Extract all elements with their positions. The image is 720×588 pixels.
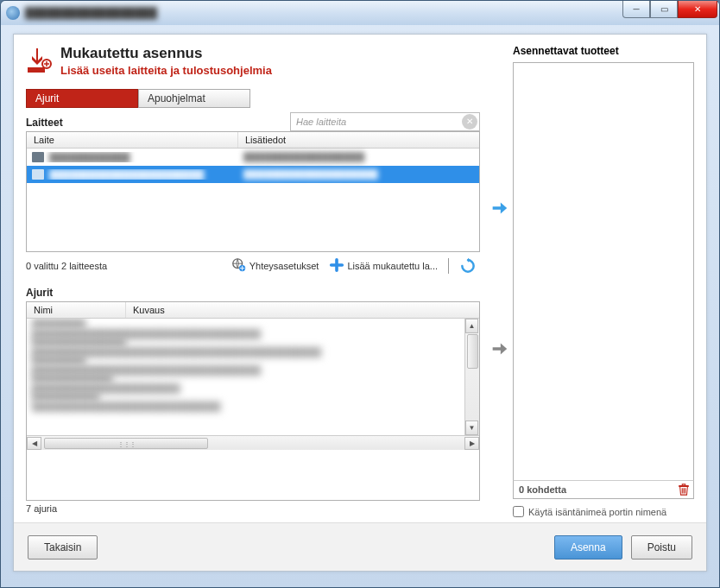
delete-button[interactable] xyxy=(674,481,693,498)
maximize-button[interactable]: ▭ xyxy=(650,1,678,18)
tab-utilities[interactable]: Apuohjelmat xyxy=(138,89,250,108)
horizontal-scrollbar[interactable]: ◀ ⋮⋮⋮ ▶ xyxy=(27,435,479,450)
tab-drivers[interactable]: Ajurit xyxy=(26,89,138,108)
exit-button[interactable]: Poistu xyxy=(631,535,692,560)
tabs: Ajurit Apuohjelmat xyxy=(26,89,480,108)
install-icon xyxy=(26,47,54,74)
arrow-right-icon xyxy=(489,339,508,358)
refresh-icon xyxy=(459,257,477,275)
app-window: ██████████████████ ─ ▭ ✕ Mukautettu asen… xyxy=(0,0,720,588)
plus-icon xyxy=(329,257,344,275)
table-row[interactable]: ████████████████████████████████████████… xyxy=(27,337,479,355)
content-panel: Mukautettu asennus Lisää useita laitteit… xyxy=(13,34,707,572)
transfer-arrows xyxy=(489,35,509,522)
scroll-up-icon[interactable]: ▲ xyxy=(465,319,478,333)
divider xyxy=(448,258,449,274)
drivers-count: 7 ajuria xyxy=(26,503,480,514)
close-button[interactable]: ✕ xyxy=(678,1,717,18)
install-button[interactable]: Asenna xyxy=(554,535,622,560)
back-button[interactable]: Takaisin xyxy=(28,535,98,560)
page-title: Mukautettu asennus xyxy=(60,45,272,62)
hostname-checkbox[interactable] xyxy=(513,506,524,517)
add-custom-button[interactable]: Lisää mukautettu la... xyxy=(325,256,441,276)
table-row[interactable]: ████████████████████████████████████████… xyxy=(27,355,479,373)
products-list[interactable] xyxy=(513,62,694,481)
footer: Takaisin Asenna Poistu xyxy=(14,522,706,571)
arrow-right-icon xyxy=(489,199,508,218)
drivers-table: Nimi Kuvaus ████████████████████████████… xyxy=(26,301,480,501)
svg-rect-0 xyxy=(28,67,45,73)
page-subtitle: Lisää useita laitteita ja tulostusohjelm… xyxy=(60,64,272,77)
minimize-button[interactable]: ─ xyxy=(622,1,650,18)
col-info[interactable]: Lisätiedot xyxy=(238,132,479,148)
trash-icon xyxy=(678,484,690,496)
devices-table: Laite Lisätiedot ████████████ ██████████… xyxy=(26,131,480,252)
table-row[interactable]: ██████████████████████████████████████ xyxy=(27,391,479,409)
scroll-left-icon[interactable]: ◀ xyxy=(27,437,41,450)
scroll-thumb[interactable] xyxy=(467,334,478,369)
table-row[interactable]: ███████████████████████ ████████████████… xyxy=(27,166,479,183)
devices-status: 0 valittu 2 laitteesta xyxy=(26,261,107,271)
col-device[interactable]: Laite xyxy=(27,132,238,148)
scroll-down-icon[interactable]: ▼ xyxy=(465,420,478,435)
drivers-body: ████████████████████████████████████████… xyxy=(27,319,479,435)
scroll-thumb[interactable]: ⋮⋮⋮ xyxy=(44,438,208,449)
col-driver-name[interactable]: Nimi xyxy=(27,302,126,318)
table-row[interactable]: ████████████ ██████████████████ xyxy=(27,149,479,166)
products-count: 0 kohdetta xyxy=(514,484,674,495)
app-icon xyxy=(6,6,20,20)
devices-label: Laitteet xyxy=(26,117,63,129)
connection-settings-button[interactable]: Yhteysasetukset xyxy=(228,256,323,276)
globe-gear-icon xyxy=(231,257,247,275)
devices-body: ████████████ ██████████████████ ████████… xyxy=(27,149,479,183)
scroll-right-icon[interactable]: ▶ xyxy=(464,437,479,450)
window-title: ██████████████████ xyxy=(25,7,157,19)
clear-search-icon[interactable]: ✕ xyxy=(462,114,477,130)
printer-icon xyxy=(32,152,44,162)
drivers-label: Ajurit xyxy=(26,287,480,299)
search-devices[interactable]: ✕ xyxy=(290,112,480,131)
printer-icon xyxy=(32,169,44,180)
products-label: Asennettavat tuotteet xyxy=(513,45,694,57)
refresh-button[interactable] xyxy=(456,256,480,276)
col-driver-desc[interactable]: Kuvaus xyxy=(126,302,479,318)
titlebar[interactable]: ██████████████████ ─ ▭ ✕ xyxy=(1,1,719,25)
add-driver-arrow[interactable] xyxy=(489,339,509,358)
right-panel: Asennettavat tuotteet 0 kohdetta Käytä i… xyxy=(509,35,706,522)
add-device-arrow[interactable] xyxy=(489,199,509,218)
vertical-scrollbar[interactable]: ▲ ▼ xyxy=(464,319,479,435)
left-panel: Mukautettu asennus Lisää useita laitteit… xyxy=(14,35,489,522)
table-row[interactable]: ████████████████████████████████████████… xyxy=(27,319,479,337)
table-row[interactable]: ██████████████████████████████████ xyxy=(27,373,479,391)
hostname-checkbox-row[interactable]: Käytä isäntänimeä portin nimenä xyxy=(513,506,694,517)
search-input[interactable] xyxy=(291,117,462,127)
